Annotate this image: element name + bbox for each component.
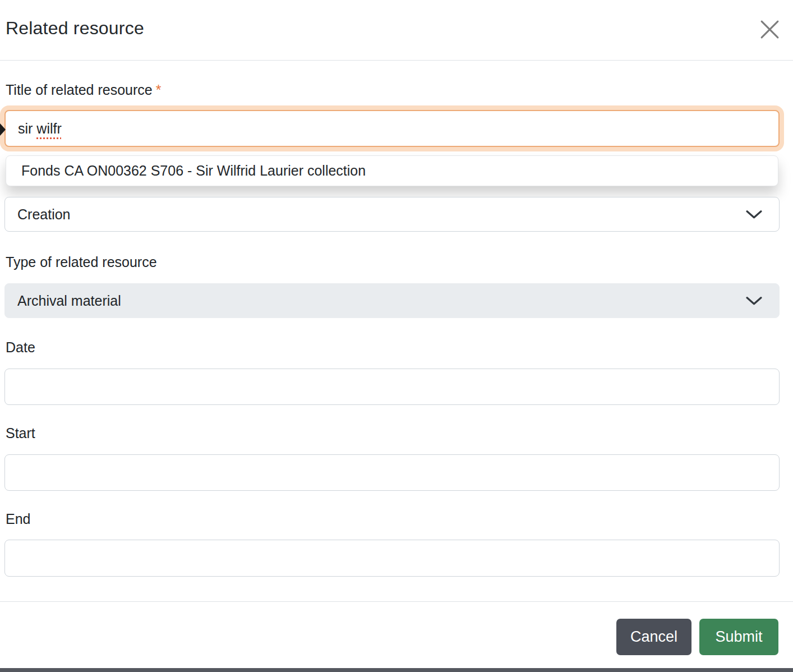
date-input[interactable]: [4, 369, 780, 405]
title-input[interactable]: sir wilfr: [4, 110, 780, 147]
relation-type-select[interactable]: Creation: [4, 197, 780, 232]
title-input-value-before: sir: [18, 121, 36, 136]
close-button[interactable]: [758, 19, 781, 42]
cancel-button[interactable]: Cancel: [616, 619, 691, 655]
text-cursor-artifact: [0, 123, 6, 136]
window-bottom-edge: [0, 668, 793, 672]
end-input[interactable]: [4, 540, 780, 577]
autocomplete-dropdown: Fonds CA ON00362 S706 - Sir Wilfrid Laur…: [6, 155, 778, 186]
title-field-label: Title of related resource*: [6, 82, 161, 98]
title-input-value-misspelled: wilfr: [36, 121, 61, 136]
date-label: Date: [6, 339, 35, 356]
title-input-value: sir wilfr: [18, 121, 62, 137]
title-field-label-text: Title of related resource: [6, 82, 153, 98]
chevron-down-icon: [746, 210, 762, 219]
relation-type-selected-value: Creation: [17, 206, 71, 223]
start-input[interactable]: [4, 454, 780, 491]
footer-divider: [0, 601, 793, 602]
required-asterisk: *: [156, 82, 162, 98]
resource-type-selected-value: Archival material: [17, 293, 121, 309]
header-divider: [0, 60, 793, 61]
chevron-down-icon: [746, 296, 762, 306]
start-label: Start: [6, 425, 35, 441]
page-title: Related resource: [6, 18, 144, 39]
close-icon: [759, 19, 780, 42]
end-label: End: [6, 511, 30, 527]
autocomplete-suggestion[interactable]: Fonds CA ON00362 S706 - Sir Wilfrid Laur…: [6, 156, 778, 186]
related-resource-dialog: Related resource Title of related resour…: [0, 0, 793, 672]
resource-type-label: Type of related resource: [6, 254, 157, 270]
resource-type-select[interactable]: Archival material: [4, 283, 780, 318]
submit-button[interactable]: Submit: [699, 619, 778, 655]
